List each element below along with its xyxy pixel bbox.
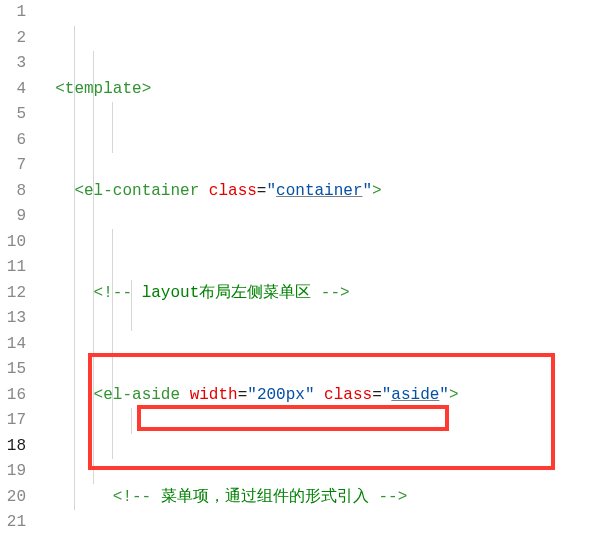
space bbox=[315, 386, 325, 404]
code-line[interactable]: <el-container class="container"> bbox=[36, 179, 590, 205]
attr-value: container bbox=[276, 182, 362, 200]
comment-text: 布局左侧菜单区 bbox=[199, 284, 321, 302]
bracket: < bbox=[74, 182, 84, 200]
space bbox=[151, 488, 161, 506]
line-number: 17 bbox=[0, 408, 26, 434]
indent-guide bbox=[112, 229, 113, 459]
indent bbox=[36, 386, 94, 404]
code-line[interactable]: <template> bbox=[36, 77, 590, 103]
line-number: 16 bbox=[0, 383, 26, 409]
code-editor: 1 2 3 4 5 6 7 8 9 10 11 12 13 14 15 16 1… bbox=[0, 0, 590, 549]
attr-name: width bbox=[190, 386, 238, 404]
comment-text: 菜单项，通过组件的形式引入 bbox=[161, 488, 379, 506]
line-number: 9 bbox=[0, 204, 26, 230]
indent-guide bbox=[93, 51, 94, 484]
tag-name: template bbox=[65, 80, 142, 98]
equals: = bbox=[372, 386, 382, 404]
line-number: 7 bbox=[0, 153, 26, 179]
quote: " bbox=[363, 182, 373, 200]
quote: " bbox=[382, 386, 392, 404]
code-line[interactable]: <!-- 菜单项，通过组件的形式引入 --> bbox=[36, 485, 590, 511]
quote: " bbox=[266, 182, 276, 200]
code-area[interactable]: <template> <el-container class="containe… bbox=[36, 0, 590, 549]
quote: " bbox=[247, 386, 257, 404]
code-line[interactable]: <el-aside width="200px" class="aside"> bbox=[36, 383, 590, 409]
indent-guide bbox=[131, 408, 132, 434]
line-number: 11 bbox=[0, 255, 26, 281]
indent bbox=[36, 182, 74, 200]
line-number: 5 bbox=[0, 102, 26, 128]
space bbox=[199, 182, 209, 200]
comment-text: layout bbox=[142, 284, 200, 302]
line-number: 8 bbox=[0, 179, 26, 205]
bracket: > bbox=[449, 386, 459, 404]
bracket: < bbox=[94, 386, 104, 404]
quote: " bbox=[439, 386, 449, 404]
tag-name: el-aside bbox=[103, 386, 180, 404]
line-number: 13 bbox=[0, 306, 26, 332]
indent bbox=[36, 284, 94, 302]
bracket: > bbox=[372, 182, 382, 200]
line-number: 3 bbox=[0, 51, 26, 77]
space bbox=[180, 386, 190, 404]
indent-guide bbox=[112, 102, 113, 153]
line-number-gutter: 1 2 3 4 5 6 7 8 9 10 11 12 13 14 15 16 1… bbox=[0, 0, 36, 549]
line-number: 4 bbox=[0, 77, 26, 103]
line-number: 21 bbox=[0, 510, 26, 536]
line-number: 15 bbox=[0, 357, 26, 383]
line-number: 2 bbox=[0, 26, 26, 52]
tag-name: el-container bbox=[84, 182, 199, 200]
line-number: 12 bbox=[0, 281, 26, 307]
line-number: 14 bbox=[0, 332, 26, 358]
indent bbox=[36, 80, 55, 98]
space bbox=[132, 284, 142, 302]
code-line[interactable]: <!-- layout布局左侧菜单区 --> bbox=[36, 281, 590, 307]
line-number: 19 bbox=[0, 459, 26, 485]
equals: = bbox=[238, 386, 248, 404]
quote: " bbox=[305, 386, 315, 404]
indent-guide bbox=[74, 26, 75, 510]
bracket: > bbox=[142, 80, 152, 98]
line-number: 10 bbox=[0, 230, 26, 256]
indent-guide bbox=[131, 280, 132, 331]
attr-value: aside bbox=[391, 386, 439, 404]
line-number: 18 bbox=[0, 434, 26, 460]
line-number: 1 bbox=[0, 0, 26, 26]
comment-close: --> bbox=[378, 488, 407, 506]
bracket: < bbox=[55, 80, 65, 98]
line-number: 6 bbox=[0, 128, 26, 154]
attr-name: class bbox=[324, 386, 372, 404]
attr-name: class bbox=[209, 182, 257, 200]
attr-value: 200px bbox=[257, 386, 305, 404]
line-number: 20 bbox=[0, 485, 26, 511]
comment-close: --> bbox=[321, 284, 350, 302]
comment-open: <!-- bbox=[113, 488, 151, 506]
